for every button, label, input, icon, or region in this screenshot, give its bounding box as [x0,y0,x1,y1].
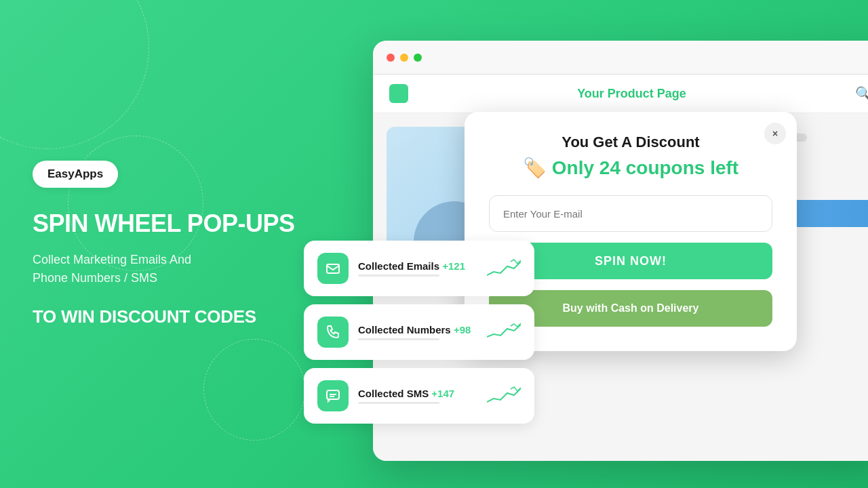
brand-badge: EasyApps [33,161,118,188]
email-chart [487,258,521,279]
email-stat-label: Collected Emails +121 [358,260,477,272]
email-stat-icon [317,253,349,284]
store-logo [389,84,408,103]
popup-title: You Get A Discount [489,134,772,151]
browser-dot-red [387,54,395,62]
numbers-stat-bar [358,338,439,340]
product-header: Your Product Page 🔍 [373,75,868,113]
numbers-stat-label: Collected Numbers +98 [358,324,477,336]
stat-card-numbers: Collected Numbers +98 [304,304,534,360]
popup-subtitle: 🏷️ Only 24 coupons left [489,157,772,179]
subheadline: Collect Marketing Emails AndPhone Number… [33,251,317,287]
cta-line: TO WIN DISCOUNT CODES [33,306,317,327]
product-page-title: Your Product Page [577,87,686,101]
stat-card-sms: Collected SMS +147 [304,368,534,424]
sms-stat-info: Collected SMS +147 [358,388,477,404]
numbers-stat-info: Collected Numbers +98 [358,324,477,340]
sms-chart [487,386,521,406]
sms-stat-label: Collected SMS +147 [358,388,477,399]
left-panel: EasyApps SPIN WHEEL POP-UPS Collect Mark… [33,0,317,488]
browser-dot-green [414,54,422,62]
svg-rect-0 [327,264,339,273]
email-input[interactable] [489,195,772,232]
browser-bar [373,41,868,75]
tag-icon: 🏷️ [523,157,547,179]
stats-cards: Collected Emails +121 Collected Numbers … [304,241,534,424]
numbers-chart [487,322,521,342]
numbers-stat-icon [317,317,349,348]
browser-dot-yellow [400,54,408,62]
brand-name: EasyApps [47,167,103,181]
search-icon[interactable]: 🔍 [855,85,868,102]
email-stat-info: Collected Emails +121 [358,260,477,277]
sms-stat-icon [317,380,349,411]
stat-card-emails: Collected Emails +121 [304,241,534,296]
sms-stat-bar [358,402,439,404]
email-stat-bar [358,274,439,277]
popup-close-button[interactable]: × [764,123,786,144]
headline: SPIN WHEEL POP-UPS [33,209,317,237]
